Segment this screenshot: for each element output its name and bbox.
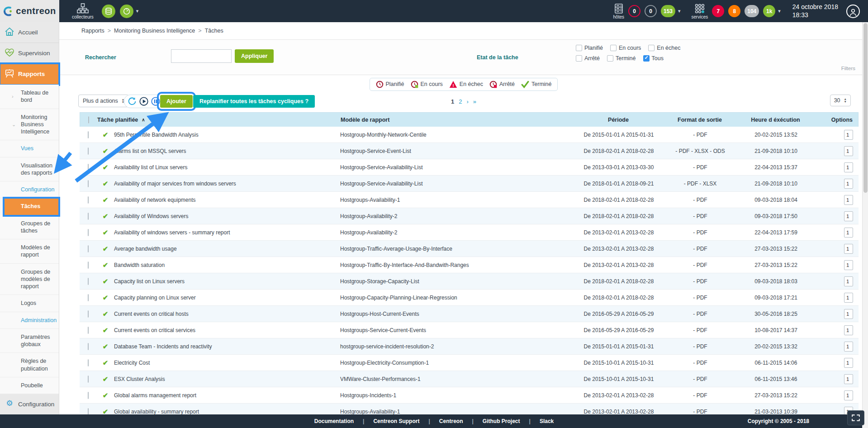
fullscreen-button[interactable]	[847, 410, 864, 425]
select-all-checkbox[interactable]	[88, 116, 89, 124]
sidebar-item-monitoring-business-intelligence[interactable]: ⌄Monitoring Business Intelligence	[0, 109, 59, 141]
options-input[interactable]	[844, 130, 853, 140]
chevron-down-icon[interactable]: ▾	[678, 8, 681, 14]
state-filter-planifi-[interactable]: Planifié	[576, 45, 603, 51]
services-badge[interactable]: 7	[712, 5, 724, 17]
options-input[interactable]	[844, 244, 853, 254]
hosts-badge[interactable]: 153	[661, 5, 675, 17]
database-status-icon[interactable]	[102, 5, 115, 18]
services-badge[interactable]: 8	[728, 5, 740, 17]
state-filter-en-cours[interactable]: En cours	[610, 45, 641, 51]
row-checkbox[interactable]	[88, 310, 89, 318]
sidebar-item-poubelle[interactable]: Poubelle	[0, 377, 59, 394]
column-period[interactable]: Période	[573, 117, 664, 123]
footer-link[interactable]: Centreon Support	[373, 418, 419, 424]
task-name[interactable]: Current events on critical hosts	[114, 311, 340, 317]
row-checkbox[interactable]	[88, 180, 89, 187]
task-name[interactable]: Current events on critical services	[114, 327, 340, 333]
services-badge[interactable]: 104	[745, 5, 759, 17]
checkbox[interactable]	[607, 55, 613, 62]
poller-chevron-down-icon[interactable]: ▾	[136, 8, 139, 14]
apply-button[interactable]: Appliquer	[235, 49, 274, 63]
sidebar-item-logos[interactable]: Logos	[0, 295, 59, 312]
options-input[interactable]	[844, 179, 853, 189]
options-input[interactable]	[844, 260, 853, 270]
footer-link[interactable]: Slack	[540, 418, 554, 424]
row-checkbox[interactable]	[88, 164, 89, 171]
options-input[interactable]	[844, 390, 853, 400]
chevron-down-icon[interactable]: ▾	[778, 8, 781, 14]
checkbox[interactable]	[648, 45, 655, 51]
task-name[interactable]: Availability of major services from wind…	[114, 181, 340, 187]
services-badge[interactable]: 1k	[763, 5, 775, 17]
task-name[interactable]: Global availability - summary report	[114, 409, 340, 415]
options-input[interactable]	[844, 358, 853, 368]
task-name[interactable]: Availability of network equipments	[114, 197, 340, 203]
options-input[interactable]	[844, 325, 853, 335]
task-name[interactable]: 95th Percentile Bandwidth Analysis	[114, 132, 340, 138]
breadcrumb-item[interactable]: Tâches	[205, 28, 223, 34]
options-input[interactable]	[844, 228, 853, 238]
row-checkbox[interactable]	[88, 278, 89, 285]
column-output-format[interactable]: Format de sortie	[664, 117, 736, 123]
options-input[interactable]	[844, 309, 853, 319]
sidebar-item-visualisation-des-rapports[interactable]: Visualisation des rapports	[0, 157, 59, 182]
page-1[interactable]: 1	[451, 98, 454, 105]
services-menu[interactable]: services	[692, 3, 708, 19]
task-name[interactable]: Availability of Windows servers	[114, 213, 340, 219]
row-checkbox[interactable]	[88, 392, 89, 399]
task-name[interactable]: Alarms list on MSSQL servers	[114, 148, 340, 154]
sidebar-item-vues[interactable]: Vues	[0, 140, 59, 157]
state-filter-termin-[interactable]: Terminé	[607, 55, 636, 62]
row-checkbox[interactable]	[88, 327, 89, 334]
sidebar-item-configuration[interactable]: Configuration	[0, 181, 59, 198]
footer-link[interactable]: Documentation	[314, 418, 354, 424]
sidebar-item-groupes-de-t-ches[interactable]: Groupes de tâches	[0, 215, 59, 240]
checkbox[interactable]	[576, 55, 582, 62]
column-exec-time[interactable]: Heure d éxécution	[736, 117, 815, 123]
task-name[interactable]: ESX Cluster Analysis	[114, 376, 340, 382]
sidebar-item-r-gles-de-publication[interactable]: Règles de publication	[0, 353, 59, 377]
pollers-menu[interactable]: collecteurs	[72, 3, 94, 19]
page-›[interactable]: ›	[466, 98, 468, 105]
options-input[interactable]	[844, 162, 853, 172]
row-checkbox[interactable]	[88, 343, 89, 350]
options-input[interactable]	[844, 195, 853, 205]
sidebar-item-mod-les-de-rapport[interactable]: Modèles de rapport	[0, 239, 59, 264]
sidebar-item-t-ches[interactable]: Tâches	[4, 198, 59, 215]
task-name[interactable]: Global alarms management report	[114, 392, 340, 399]
task-name[interactable]: Capacity list on Linux servers	[114, 278, 340, 285]
footer-link[interactable]: Centreon	[439, 418, 463, 424]
task-name[interactable]: Electricity Cost	[114, 360, 340, 366]
task-name[interactable]: Availability of windows servers - summar…	[114, 229, 340, 236]
options-input[interactable]	[844, 293, 853, 303]
row-checkbox[interactable]	[88, 245, 89, 252]
task-name[interactable]: Database Team - Incidents and reactivity	[114, 343, 340, 350]
task-name[interactable]: Average bandwidth usage	[114, 246, 340, 252]
row-checkbox[interactable]	[88, 147, 89, 155]
row-checkbox[interactable]	[88, 131, 89, 138]
row-checkbox[interactable]	[88, 359, 89, 366]
scrollbar-thumb[interactable]	[863, 23, 868, 193]
checkbox[interactable]	[610, 45, 617, 51]
state-filter-en-chec[interactable]: En échec	[648, 45, 680, 51]
breadcrumb-item[interactable]: Monitoring Business Intelligence	[114, 28, 195, 34]
task-name[interactable]: Availability list of Linux servers	[114, 164, 340, 171]
sidebar-item-rapports[interactable]: Rapports	[0, 64, 59, 85]
page-»[interactable]: »	[473, 98, 476, 105]
sidebar-item-administration[interactable]: Administration	[0, 312, 59, 329]
column-task-name[interactable]: Tâche planifiée∧	[97, 117, 341, 123]
sidebar-item-param-tres-globaux[interactable]: Paramètres globaux	[0, 329, 59, 353]
options-input[interactable]	[844, 342, 853, 352]
task-name[interactable]: Bandwidth saturation	[114, 262, 340, 268]
page-size-select[interactable]: 30 ▲▼	[830, 95, 851, 106]
checkbox[interactable]	[643, 55, 650, 62]
options-input[interactable]	[844, 211, 853, 221]
gauge-status-icon[interactable]	[120, 5, 133, 18]
sidebar-item-supervision[interactable]: Supervision	[0, 43, 59, 64]
footer-link[interactable]: Github Project	[483, 418, 520, 424]
column-options[interactable]: Options	[815, 117, 858, 123]
sidebar-item-configuration[interactable]: ⚙Configuration	[0, 394, 59, 415]
row-checkbox[interactable]	[88, 229, 89, 236]
vertical-scrollbar[interactable]	[862, 22, 868, 428]
